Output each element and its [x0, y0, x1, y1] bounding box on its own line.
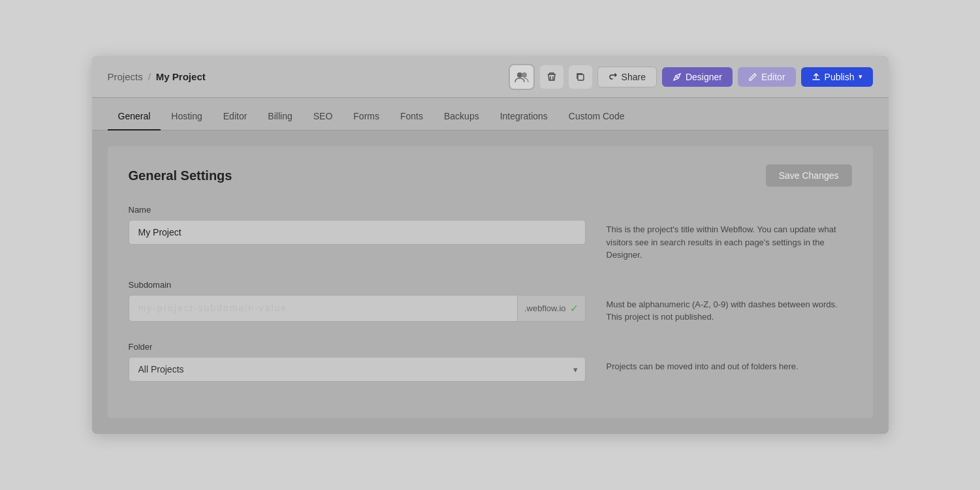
subdomain-input[interactable] — [129, 296, 517, 320]
folder-select[interactable]: All Projects Personal Client Work — [129, 357, 586, 382]
tab-fonts[interactable]: Fonts — [390, 103, 434, 130]
folder-select-wrapper: All Projects Personal Client Work ▾ — [129, 357, 586, 382]
folder-label: Folder — [129, 342, 586, 352]
tab-seo[interactable]: SEO — [303, 103, 343, 130]
breadcrumb-current-project: My Project — [156, 71, 206, 82]
tab-backups[interactable]: Backups — [434, 103, 490, 130]
folder-form-left: Folder All Projects Personal Client Work… — [129, 342, 586, 382]
subdomain-suffix: .webflow.io ✓ — [517, 296, 585, 321]
subdomain-label: Subdomain — [129, 280, 586, 290]
subdomain-form-left: Subdomain .webflow.io ✓ — [129, 280, 586, 324]
settings-card: General Settings Save Changes Name This … — [108, 146, 873, 418]
svg-point-3 — [676, 76, 678, 78]
designer-button[interactable]: Designer — [662, 67, 733, 87]
svg-point-1 — [522, 72, 527, 78]
nav-tabs: General Hosting Editor Billing SEO Forms… — [92, 98, 889, 130]
tab-hosting[interactable]: Hosting — [161, 103, 212, 130]
name-input[interactable] — [129, 220, 586, 245]
content-area: General Settings Save Changes Name This … — [92, 130, 889, 434]
duplicate-button[interactable] — [569, 65, 592, 89]
publish-button[interactable]: Publish ▾ — [801, 67, 873, 87]
page-title: General Settings — [129, 168, 232, 183]
breadcrumb-projects[interactable]: Projects — [108, 71, 143, 82]
breadcrumb-separator: / — [148, 71, 151, 82]
tab-general[interactable]: General — [108, 103, 161, 130]
subdomain-wrapper: .webflow.io ✓ — [129, 295, 586, 322]
name-form-row: Name This is the project's title within … — [129, 205, 852, 262]
save-changes-button[interactable]: Save Changes — [766, 164, 852, 187]
name-label: Name — [129, 205, 586, 215]
top-bar: Projects / My Project — [92, 56, 889, 98]
tab-forms[interactable]: Forms — [343, 103, 390, 130]
tab-editor[interactable]: Editor — [213, 103, 258, 130]
svg-rect-2 — [578, 74, 584, 80]
publish-chevron-icon: ▾ — [859, 72, 862, 81]
top-bar-actions: Share Designer Editor Publish — [509, 64, 873, 90]
breadcrumb: Projects / My Project — [108, 71, 501, 82]
folder-help-text: Projects can be moved into and out of fo… — [607, 342, 852, 382]
trash-button[interactable] — [540, 65, 563, 89]
share-button[interactable]: Share — [597, 67, 657, 87]
settings-header: General Settings Save Changes — [129, 164, 852, 187]
subdomain-form-row: Subdomain .webflow.io ✓ Must be alphanum… — [129, 280, 852, 324]
tab-integrations[interactable]: Integrations — [490, 103, 558, 130]
app-window: Projects / My Project — [92, 56, 889, 434]
name-help-text: This is the project's title within Webfl… — [607, 205, 852, 262]
editor-button[interactable]: Editor — [738, 67, 796, 87]
folder-form-row: Folder All Projects Personal Client Work… — [129, 342, 852, 382]
avatar-button[interactable] — [509, 64, 535, 90]
subdomain-help-text: Must be alphanumeric (A-Z, 0-9) with das… — [607, 280, 852, 324]
tab-billing[interactable]: Billing — [257, 103, 302, 130]
name-form-left: Name — [129, 205, 586, 262]
svg-point-0 — [517, 72, 522, 78]
tab-custom-code[interactable]: Custom Code — [558, 103, 635, 130]
check-icon: ✓ — [570, 302, 578, 314]
